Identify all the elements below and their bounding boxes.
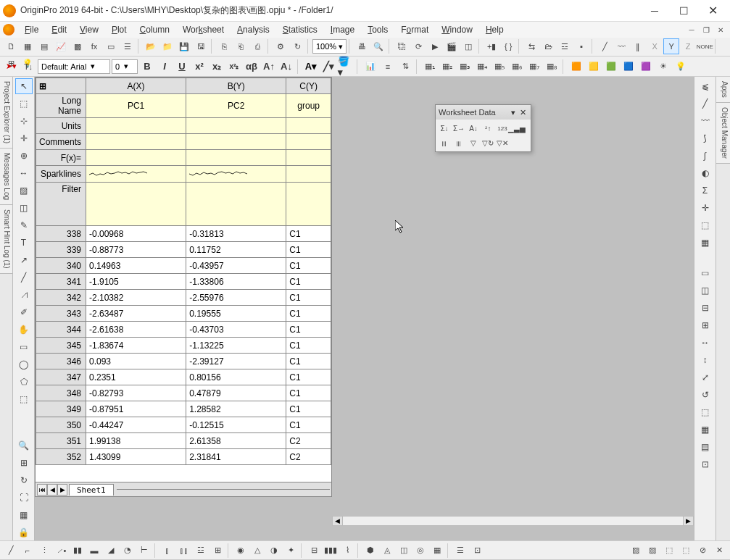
layout-2[interactable]: ◫	[697, 283, 714, 298]
font-color-button[interactable]: A▾	[303, 59, 319, 75]
plot-ternary[interactable]: △	[249, 543, 265, 559]
plot-radar[interactable]: ✦	[283, 543, 299, 559]
circle-tool[interactable]: ◯	[15, 356, 33, 372]
layout-7[interactable]: ⤢	[697, 369, 714, 385]
text-tool[interactable]: T	[15, 235, 33, 251]
plot-scatter[interactable]: ⋮	[36, 543, 52, 559]
cell[interactable]: 0.80156	[186, 369, 286, 385]
layout-3[interactable]: ⊟	[697, 300, 714, 316]
greek-button[interactable]: αβ	[244, 59, 260, 75]
dock-apps[interactable]: Apps	[716, 77, 730, 103]
sort-desc-icon[interactable]: ᶻ↑	[481, 122, 494, 135]
row-sparklines[interactable]: Sparklines	[36, 166, 86, 183]
video-button[interactable]: 🎬	[444, 38, 460, 54]
subscript-button[interactable]: x₂	[209, 59, 225, 75]
cell[interactable]: C1	[286, 354, 331, 369]
dock-project-explorer[interactable]: Project Explorer (1)	[0, 77, 12, 149]
col-header-a[interactable]: A(X)	[86, 78, 186, 94]
gadget-5[interactable]: ∫	[697, 148, 714, 164]
gadget-1[interactable]: ⫹	[697, 78, 714, 94]
new-workbook-button[interactable]: ▦	[20, 38, 36, 54]
line-tool[interactable]: ╱	[15, 269, 33, 285]
palette-5-button[interactable]: 🟪	[638, 59, 654, 75]
rotate-tool[interactable]: ↻	[15, 472, 33, 488]
draw-data-tool[interactable]: ✎	[15, 217, 33, 233]
layout-10[interactable]: ▦	[697, 422, 714, 438]
cell[interactable]: C1	[286, 258, 331, 274]
dock-smart-hint-log[interactable]: Smart Hint Log (1)	[0, 205, 12, 274]
sheet-nav-next[interactable]: ▶	[57, 484, 67, 496]
row-index[interactable]: 352	[36, 449, 86, 465]
data-reader-tool[interactable]: ✛	[15, 130, 33, 146]
child-restore-button[interactable]: ❐	[700, 24, 713, 35]
cell[interactable]: -2.61638	[86, 322, 186, 338]
mask-4[interactable]: ⬚	[678, 543, 694, 559]
plot-3d-bars[interactable]: ◫	[396, 543, 412, 559]
results-log-button[interactable]: ☲	[557, 38, 573, 54]
italic-button[interactable]: I	[157, 59, 173, 75]
data-selector-tool[interactable]: ↔	[15, 165, 33, 181]
plot-multi[interactable]: ⊞	[210, 543, 225, 559]
layout-1[interactable]: ▭	[697, 265, 714, 281]
row-filter[interactable]: Filter	[36, 183, 86, 226]
significance-icon[interactable]: 123	[496, 122, 509, 135]
ws-tool-4[interactable]: ▦₄	[474, 59, 490, 75]
sort-asc-icon[interactable]: A↓	[467, 122, 480, 135]
palette-2-button[interactable]: 🟨	[586, 59, 602, 75]
panel-dropdown-icon[interactable]: ▾	[509, 108, 518, 117]
row-index[interactable]: 347	[36, 369, 86, 385]
longname-a[interactable]: PC1	[86, 94, 186, 118]
new-graph-button[interactable]: 📈	[53, 38, 69, 54]
menu-tools[interactable]: Tools	[362, 23, 394, 36]
row-fx[interactable]: F(x)=	[36, 150, 86, 166]
maximize-button[interactable]: ☐	[669, 1, 698, 21]
cell[interactable]: -0.43703	[186, 322, 286, 338]
save-button[interactable]: 💾	[176, 38, 192, 54]
cell[interactable]: 1.99138	[86, 433, 186, 449]
row-units[interactable]: Units	[36, 118, 86, 134]
ws-tool-5[interactable]: ▦₅	[491, 59, 507, 75]
gadget-10[interactable]: ▦	[697, 235, 714, 251]
mask-1[interactable]: ▨	[628, 543, 644, 559]
row-index[interactable]: 346	[36, 354, 86, 369]
row-index[interactable]: 349	[36, 401, 86, 417]
gadget-2[interactable]: ╱	[697, 96, 714, 112]
spline-button[interactable]: 〰	[613, 38, 629, 54]
open-template-button[interactable]: 📁	[159, 38, 175, 54]
menu-analysis[interactable]: Analysis	[231, 23, 275, 36]
line-color-button[interactable]: ╱▾	[320, 59, 336, 75]
cell[interactable]: C1	[286, 274, 331, 290]
arrow-dropdown-button[interactable]: ➤▾	[3, 59, 19, 75]
sheet-nav-first[interactable]: ⏮	[37, 484, 47, 496]
ws-tool-6[interactable]: ▦₆	[509, 59, 525, 75]
bold-button[interactable]: B	[139, 59, 155, 75]
plot-3d-surface[interactable]: ◬	[379, 543, 395, 559]
ws-tool-8[interactable]: ▦₈	[544, 59, 560, 75]
project-explorer-button[interactable]: 🗁	[540, 38, 556, 54]
cell[interactable]: C1	[286, 226, 331, 242]
mask-3[interactable]: ⬚	[661, 543, 677, 559]
font-combo[interactable]: Default: Arial ▾	[38, 59, 110, 74]
col-header-c[interactable]: C(Y)	[286, 78, 331, 94]
cell[interactable]: -1.83674	[86, 338, 186, 354]
set-x-button[interactable]: X	[647, 38, 663, 54]
cell[interactable]: -0.82793	[86, 385, 186, 401]
filter-clear-icon[interactable]: ▽✕	[496, 136, 509, 149]
menu-image[interactable]: Image	[325, 23, 360, 36]
plot-contour[interactable]: ◎	[412, 543, 428, 559]
print-button[interactable]: 🖶	[354, 38, 370, 54]
cell[interactable]: C1	[286, 417, 331, 433]
ws-tool-3[interactable]: ▦₃	[457, 59, 473, 75]
corner-cell[interactable]: ⊞	[36, 78, 86, 94]
new-function-button[interactable]: fx	[86, 38, 102, 54]
cell[interactable]: 1.43099	[86, 449, 186, 465]
child-minimize-button[interactable]: ─	[685, 24, 698, 35]
layout-4[interactable]: ⊞	[697, 317, 714, 333]
cell[interactable]: -2.55976	[186, 290, 286, 306]
row-index[interactable]: 338	[36, 226, 86, 242]
row-index[interactable]: 348	[36, 385, 86, 401]
cell[interactable]: -2.63487	[86, 306, 186, 322]
layout-9[interactable]: ⬚	[697, 404, 714, 420]
col-header-b[interactable]: B(Y)	[186, 78, 286, 94]
code-builder-button[interactable]: { }	[500, 38, 516, 54]
